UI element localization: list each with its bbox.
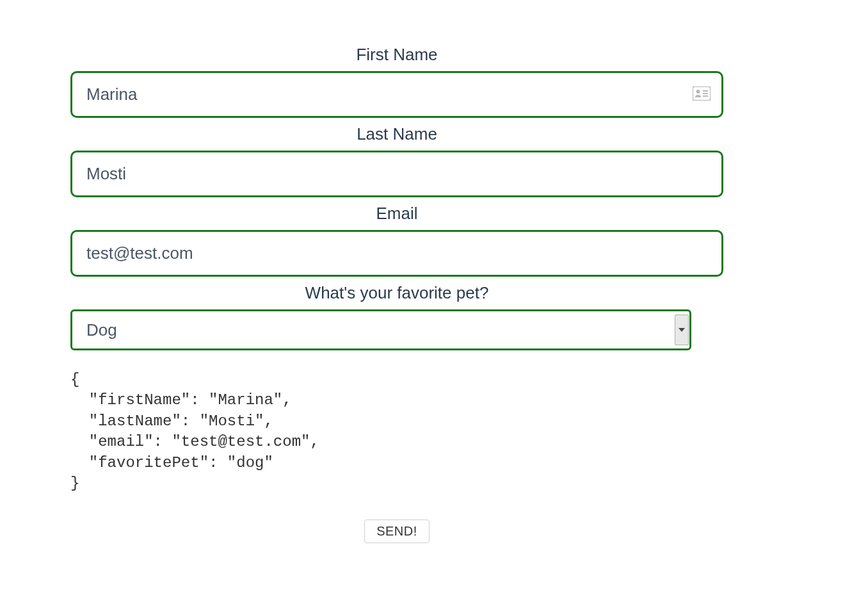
email-input-wrapper [70,230,723,277]
first-name-input-wrapper [70,71,723,118]
email-label: Email [70,204,723,224]
send-button[interactable]: SEND! [364,519,430,543]
last-name-label: Last Name [70,124,723,144]
first-name-input[interactable] [70,71,723,118]
button-row: SEND! [70,519,723,543]
favorite-pet-select[interactable]: Dog [70,309,691,350]
last-name-group: Last Name [70,124,723,197]
last-name-input-wrapper [70,151,723,197]
first-name-group: First Name [70,45,723,118]
favorite-pet-group: What's your favorite pet? Dog [70,283,723,350]
last-name-input[interactable] [70,151,723,197]
form-container: First Name Last Name Email [70,45,723,543]
email-group: Email [70,204,723,277]
favorite-pet-label: What's your favorite pet? [70,283,723,303]
json-output: { "firstName": "Marina", "lastName": "Mo… [70,370,723,494]
first-name-label: First Name [70,45,723,65]
email-input[interactable] [70,230,723,277]
favorite-pet-select-wrapper: Dog [70,309,691,350]
